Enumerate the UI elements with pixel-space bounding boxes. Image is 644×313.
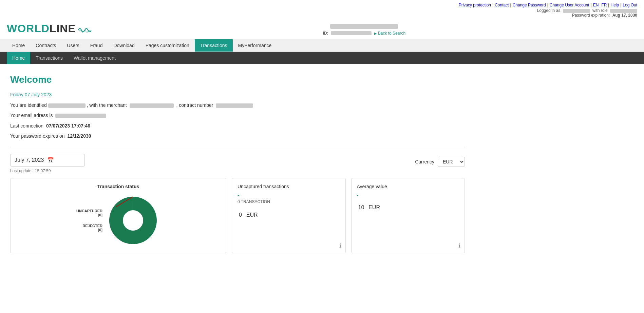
logged-in-row: Logged in as with role	[537, 8, 637, 13]
with-role-label: with role	[592, 8, 608, 13]
contract-num-blurred	[216, 103, 253, 108]
average-card-title: Average value	[357, 184, 459, 189]
uncaptured-label: UNCAPTURED [0]	[76, 209, 102, 217]
dashboard-controls: July 7, 2023 📅 Last update : 15:07:59 Cu…	[10, 154, 465, 173]
header-center: ID: Back to Search	[91, 24, 637, 36]
email-blurred	[55, 114, 106, 118]
average-card-dash: -	[357, 192, 459, 198]
rejected-value: [0]	[98, 228, 102, 232]
nav-home[interactable]: Home	[7, 39, 30, 52]
date-picker-area: July 7, 2023 📅 Last update : 15:07:59	[10, 154, 85, 173]
logo-world: WORLD	[7, 22, 50, 35]
password-expires-text: Your password expires on	[10, 133, 65, 139]
main-content: Welcome Friday 07 July 2023 You are iden…	[0, 64, 475, 263]
privacy-protection-link[interactable]: Privacy protection	[459, 3, 491, 7]
rejected-text: REJECTED	[82, 224, 102, 228]
back-to-search-link[interactable]: Back to Search	[374, 31, 405, 36]
last-update: Last update : 15:07:59	[10, 169, 85, 173]
logged-in-label: Logged in as	[537, 8, 561, 13]
average-card-currency: EUR	[368, 204, 380, 210]
sep7: |	[620, 3, 621, 7]
nav-transactions[interactable]: Transactions	[195, 39, 233, 52]
username-blurred	[563, 9, 590, 13]
email-text: Your email adress is	[10, 113, 53, 118]
currency-row: Currency EUR USD GBP	[415, 157, 465, 167]
user-name-blurred	[48, 103, 86, 108]
sep2: |	[510, 3, 511, 7]
password-expires-line: Your password expires on 12/12/2030	[10, 132, 465, 140]
nav-download[interactable]: Download	[108, 39, 140, 52]
top-bar: Privacy protection | Contact | Change Pa…	[0, 0, 644, 19]
subnav-wallet-management[interactable]: Wallet management	[68, 52, 121, 64]
subnav-transactions[interactable]: Transactions	[30, 52, 68, 64]
logo-line: LINE	[50, 22, 76, 35]
role-blurred	[610, 9, 637, 13]
with-merchant-text: , with the merchant	[87, 102, 127, 108]
currency-select[interactable]: EUR USD GBP	[438, 157, 465, 167]
chart-labels-left: UNCAPTURED [0] REJECTED [0]	[76, 209, 102, 232]
transaction-status-title: Transaction status	[16, 184, 221, 189]
email-line: Your email adress is	[10, 112, 465, 119]
change-user-account-link[interactable]: Change User Account	[550, 3, 589, 7]
logo: WORLD LINE	[7, 22, 91, 35]
main-nav: Home Contracts Users Fraud Download Page…	[0, 39, 644, 52]
last-connection-line: Last connection 07/07/2023 17:07:46	[10, 122, 465, 130]
sep6: |	[608, 3, 609, 7]
average-info-icon[interactable]: ℹ	[458, 242, 460, 249]
password-expires-date: 12/12/2030	[67, 133, 91, 139]
date-value: July 7, 2023	[15, 157, 44, 163]
password-exp-date: Aug 17, 2030	[612, 13, 637, 18]
password-exp-label: Password expiration:	[572, 13, 610, 18]
average-card: Average value - 10 EUR ℹ	[351, 178, 465, 253]
uncaptured-info-icon[interactable]: ℹ	[339, 242, 341, 249]
calendar-icon[interactable]: 📅	[47, 157, 54, 163]
last-connection-date: 07/07/2023 17:07:46	[46, 123, 90, 129]
nav-fraud[interactable]: Fraud	[85, 39, 108, 52]
sub-nav: Home Transactions Wallet management	[0, 52, 644, 64]
last-connection-text: Last connection	[10, 123, 43, 129]
pie-chart	[106, 193, 160, 248]
help-link[interactable]: Help	[610, 3, 619, 7]
lang-en-link[interactable]: EN	[593, 3, 599, 7]
id-label: ID:	[323, 31, 328, 36]
header-area: WORLD LINE ID: Back to Search	[0, 19, 644, 39]
cards-row: Transaction status UNCAPTURED [0] REJECT…	[10, 178, 465, 253]
nav-users[interactable]: Users	[61, 39, 85, 52]
nav-pages-customization[interactable]: Pages customization	[140, 39, 195, 52]
lang-fr-link[interactable]: FR	[601, 3, 607, 7]
top-bar-links-row: Privacy protection | Contact | Change Pa…	[459, 3, 637, 7]
sep3: |	[547, 3, 548, 7]
password-expiration-row: Password expiration: Aug 17, 2030	[572, 13, 637, 18]
id-value-blurred	[331, 31, 372, 35]
top-bar-right: Privacy protection | Contact | Change Pa…	[459, 3, 637, 18]
uncaptured-value: [0]	[98, 213, 102, 217]
date-line: Friday 07 July 2023	[10, 92, 465, 97]
logout-link[interactable]: Log Out	[623, 3, 637, 7]
uncaptured-card: Uncaptured transactions - 0 TRANSACTION …	[232, 178, 346, 253]
sep1: |	[492, 3, 493, 7]
currency-label: Currency	[415, 159, 434, 164]
date-input-row[interactable]: July 7, 2023 📅	[10, 154, 85, 167]
merchant-name-blurred	[330, 24, 398, 29]
divider	[10, 147, 465, 147]
logo-waves	[78, 24, 91, 34]
uncaptured-card-currency: EUR	[246, 212, 258, 218]
contract-number-text: , contract number	[176, 102, 213, 108]
id-row: ID: Back to Search	[323, 31, 406, 36]
uncaptured-card-dash: -	[238, 192, 340, 198]
sep4: |	[591, 3, 592, 7]
contact-link[interactable]: Contact	[495, 3, 509, 7]
average-card-value: 10 EUR	[357, 199, 459, 212]
identified-text: You are identified	[10, 102, 47, 108]
uncaptured-card-value: 0 EUR	[238, 207, 340, 219]
welcome-title: Welcome	[10, 74, 465, 85]
rejected-label: REJECTED [0]	[82, 224, 102, 232]
uncaptured-card-title: Uncaptured transactions	[238, 184, 340, 189]
change-password-link[interactable]: Change Password	[513, 3, 546, 7]
transaction-status-card: Transaction status UNCAPTURED [0] REJECT…	[10, 178, 226, 253]
subnav-home[interactable]: Home	[7, 52, 30, 64]
wave-icon	[78, 24, 91, 34]
merchant-blurred	[130, 103, 174, 108]
nav-myperformance[interactable]: MyPerformance	[233, 39, 277, 52]
nav-contracts[interactable]: Contracts	[30, 39, 61, 52]
